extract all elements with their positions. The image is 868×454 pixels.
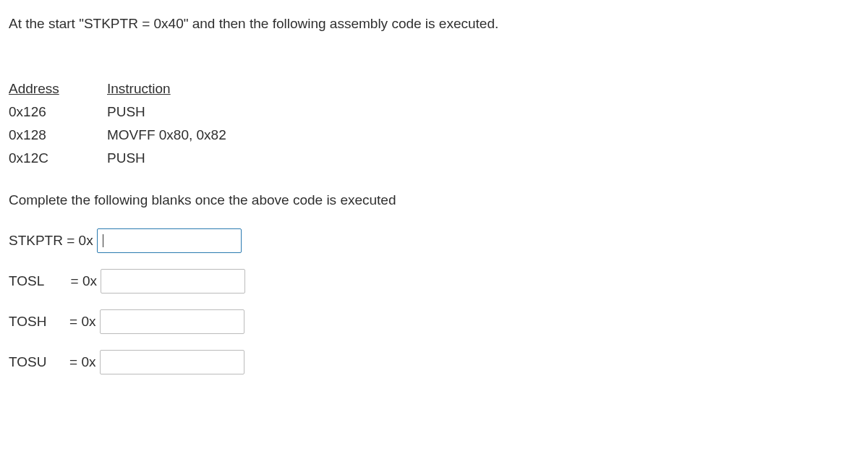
- code-row: 0x128 MOVFF 0x80, 0x82: [9, 124, 859, 147]
- cell-instruction: PUSH: [107, 100, 145, 124]
- answer-label: TOSH = 0x: [9, 314, 100, 330]
- answer-label: STKPTR = 0x: [9, 233, 97, 249]
- intro-text: At the start "STKPTR = 0x40" and then th…: [9, 14, 859, 34]
- cell-address: 0x126: [9, 100, 107, 124]
- answer-row-stkptr: STKPTR = 0x: [9, 228, 859, 253]
- answer-label: TOSU = 0x: [9, 354, 100, 370]
- header-instruction: Instruction: [107, 77, 171, 100]
- code-row: 0x12C PUSH: [9, 147, 859, 170]
- answer-rows: STKPTR = 0x TOSL = 0x TOSH = 0x TOSU = 0…: [9, 228, 859, 374]
- cell-instruction: PUSH: [107, 147, 145, 170]
- code-header-row: Address Instruction: [9, 77, 859, 100]
- header-address: Address: [9, 77, 107, 100]
- cell-address: 0x128: [9, 124, 107, 147]
- prompt-text: Complete the following blanks once the a…: [9, 192, 859, 208]
- answer-label: TOSL = 0x: [9, 273, 101, 289]
- stkptr-input[interactable]: [97, 228, 242, 253]
- answer-row-tosu: TOSU = 0x: [9, 350, 859, 374]
- code-block: Address Instruction 0x126 PUSH 0x128 MOV…: [9, 77, 859, 171]
- text-cursor: [103, 234, 103, 247]
- answer-row-tosh: TOSH = 0x: [9, 309, 859, 334]
- answer-row-tosl: TOSL = 0x: [9, 269, 859, 294]
- cell-instruction: MOVFF 0x80, 0x82: [107, 124, 226, 147]
- code-row: 0x126 PUSH: [9, 100, 859, 124]
- tosl-input[interactable]: [101, 269, 245, 294]
- cell-address: 0x12C: [9, 147, 107, 170]
- tosh-input[interactable]: [100, 309, 244, 334]
- tosu-input[interactable]: [100, 350, 244, 374]
